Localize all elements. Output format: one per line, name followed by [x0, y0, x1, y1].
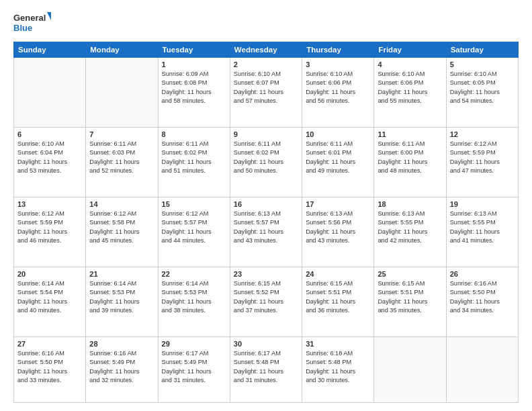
calendar-cell: 9Sunrise: 6:11 AMSunset: 6:02 PMDaylight… [230, 128, 302, 197]
day-info: Sunrise: 6:15 AMSunset: 5:51 PMDaylight:… [306, 279, 370, 315]
day-number: 24 [306, 270, 370, 278]
calendar-cell: 28Sunrise: 6:16 AMSunset: 5:49 PMDayligh… [86, 337, 158, 403]
day-number: 6 [17, 130, 82, 138]
day-number: 17 [306, 200, 370, 208]
calendar-body: 1Sunrise: 6:09 AMSunset: 6:08 PMDaylight… [14, 58, 519, 403]
calendar-cell: 10Sunrise: 6:11 AMSunset: 6:01 PMDayligh… [302, 128, 374, 197]
svg-text:General: General [13, 13, 46, 23]
weekday-header-tuesday: Tuesday [158, 42, 230, 58]
weekday-header-friday: Friday [374, 42, 446, 58]
day-info: Sunrise: 6:10 AMSunset: 6:06 PMDaylight:… [378, 70, 442, 105]
day-info: Sunrise: 6:13 AMSunset: 5:56 PMDaylight:… [306, 210, 370, 245]
day-number: 10 [306, 130, 370, 138]
day-number: 11 [378, 130, 442, 138]
calendar-cell: 4Sunrise: 6:10 AMSunset: 6:06 PMDaylight… [374, 58, 446, 128]
day-info: Sunrise: 6:11 AMSunset: 6:02 PMDaylight:… [162, 140, 226, 175]
calendar-cell: 29Sunrise: 6:17 AMSunset: 5:49 PMDayligh… [158, 337, 230, 403]
calendar-cell: 15Sunrise: 6:12 AMSunset: 5:57 PMDayligh… [158, 197, 230, 267]
day-number: 28 [89, 340, 154, 348]
day-info: Sunrise: 6:16 AMSunset: 5:49 PMDaylight:… [89, 349, 154, 385]
calendar-cell: 20Sunrise: 6:14 AMSunset: 5:54 PMDayligh… [14, 267, 86, 337]
calendar-cell: 5Sunrise: 6:10 AMSunset: 6:05 PMDaylight… [446, 58, 518, 128]
calendar-cell: 17Sunrise: 6:13 AMSunset: 5:56 PMDayligh… [302, 197, 374, 267]
calendar-cell [86, 58, 158, 128]
day-number: 19 [450, 200, 515, 208]
day-info: Sunrise: 6:15 AMSunset: 5:52 PMDaylight:… [234, 279, 298, 315]
weekday-header-monday: Monday [86, 42, 158, 58]
calendar-cell: 18Sunrise: 6:13 AMSunset: 5:55 PMDayligh… [374, 197, 446, 267]
logo-svg: General Blue [13, 11, 51, 35]
day-info: Sunrise: 6:11 AMSunset: 6:00 PMDaylight:… [378, 140, 442, 175]
day-info: Sunrise: 6:13 AMSunset: 5:55 PMDaylight:… [450, 210, 515, 245]
weekday-header-wednesday: Wednesday [230, 42, 302, 58]
day-info: Sunrise: 6:17 AMSunset: 5:48 PMDaylight:… [234, 349, 298, 385]
day-number: 9 [234, 130, 298, 138]
calendar-cell: 7Sunrise: 6:11 AMSunset: 6:03 PMDaylight… [86, 128, 158, 197]
calendar-week-4: 20Sunrise: 6:14 AMSunset: 5:54 PMDayligh… [14, 267, 519, 337]
calendar-cell: 16Sunrise: 6:13 AMSunset: 5:57 PMDayligh… [230, 197, 302, 267]
calendar-cell: 23Sunrise: 6:15 AMSunset: 5:52 PMDayligh… [230, 267, 302, 337]
calendar-cell: 14Sunrise: 6:12 AMSunset: 5:58 PMDayligh… [86, 197, 158, 267]
day-info: Sunrise: 6:09 AMSunset: 6:08 PMDaylight:… [162, 70, 226, 105]
calendar-cell: 30Sunrise: 6:17 AMSunset: 5:48 PMDayligh… [230, 337, 302, 403]
calendar-cell: 2Sunrise: 6:10 AMSunset: 6:07 PMDaylight… [230, 58, 302, 128]
day-info: Sunrise: 6:15 AMSunset: 5:51 PMDaylight:… [378, 279, 442, 315]
day-info: Sunrise: 6:12 AMSunset: 5:59 PMDaylight:… [450, 140, 515, 175]
calendar-cell: 31Sunrise: 6:18 AMSunset: 5:48 PMDayligh… [302, 337, 374, 403]
day-info: Sunrise: 6:10 AMSunset: 6:04 PMDaylight:… [17, 140, 82, 175]
weekday-header-sunday: Sunday [14, 42, 86, 58]
day-number: 25 [378, 270, 442, 278]
calendar-cell: 6Sunrise: 6:10 AMSunset: 6:04 PMDaylight… [14, 128, 86, 197]
day-info: Sunrise: 6:12 AMSunset: 5:57 PMDaylight:… [162, 210, 226, 245]
day-number: 1 [162, 60, 226, 68]
day-number: 2 [234, 60, 298, 68]
day-info: Sunrise: 6:13 AMSunset: 5:55 PMDaylight:… [378, 210, 442, 245]
day-info: Sunrise: 6:18 AMSunset: 5:48 PMDaylight:… [306, 349, 370, 385]
day-number: 4 [378, 60, 442, 68]
day-number: 3 [306, 60, 370, 68]
day-info: Sunrise: 6:14 AMSunset: 5:53 PMDaylight:… [89, 279, 154, 315]
svg-marker-2 [47, 12, 51, 20]
header: General Blue [13, 11, 519, 35]
day-info: Sunrise: 6:11 AMSunset: 6:02 PMDaylight:… [234, 140, 298, 175]
day-number: 7 [89, 130, 154, 138]
day-info: Sunrise: 6:11 AMSunset: 6:03 PMDaylight:… [89, 140, 154, 175]
weekday-header-saturday: Saturday [446, 42, 518, 58]
day-number: 18 [378, 200, 442, 208]
calendar-week-2: 6Sunrise: 6:10 AMSunset: 6:04 PMDaylight… [14, 128, 519, 197]
page: General Blue SundayMondayTuesdayWednesda… [0, 0, 532, 411]
calendar-cell: 26Sunrise: 6:16 AMSunset: 5:50 PMDayligh… [446, 267, 518, 337]
calendar-cell [446, 337, 518, 403]
calendar-cell: 24Sunrise: 6:15 AMSunset: 5:51 PMDayligh… [302, 267, 374, 337]
day-number: 8 [162, 130, 226, 138]
calendar-cell: 27Sunrise: 6:16 AMSunset: 5:50 PMDayligh… [14, 337, 86, 403]
calendar-header-row: SundayMondayTuesdayWednesdayThursdayFrid… [14, 42, 519, 58]
svg-text:Blue: Blue [13, 23, 32, 33]
day-info: Sunrise: 6:14 AMSunset: 5:53 PMDaylight:… [162, 279, 226, 315]
day-info: Sunrise: 6:17 AMSunset: 5:49 PMDaylight:… [162, 349, 226, 385]
calendar-week-5: 27Sunrise: 6:16 AMSunset: 5:50 PMDayligh… [14, 337, 519, 403]
day-number: 23 [234, 270, 298, 278]
day-number: 30 [234, 340, 298, 348]
day-number: 12 [450, 130, 515, 138]
day-number: 16 [234, 200, 298, 208]
day-info: Sunrise: 6:12 AMSunset: 5:59 PMDaylight:… [17, 210, 82, 245]
calendar-cell: 22Sunrise: 6:14 AMSunset: 5:53 PMDayligh… [158, 267, 230, 337]
weekday-header-thursday: Thursday [302, 42, 374, 58]
day-number: 13 [17, 200, 82, 208]
day-number: 29 [162, 340, 226, 348]
logo: General Blue [13, 11, 51, 35]
day-info: Sunrise: 6:10 AMSunset: 6:05 PMDaylight:… [450, 70, 515, 105]
calendar-cell: 3Sunrise: 6:10 AMSunset: 6:06 PMDaylight… [302, 58, 374, 128]
day-info: Sunrise: 6:16 AMSunset: 5:50 PMDaylight:… [450, 279, 515, 315]
day-number: 15 [162, 200, 226, 208]
day-info: Sunrise: 6:11 AMSunset: 6:01 PMDaylight:… [306, 140, 370, 175]
calendar-cell: 13Sunrise: 6:12 AMSunset: 5:59 PMDayligh… [14, 197, 86, 267]
calendar-cell: 1Sunrise: 6:09 AMSunset: 6:08 PMDaylight… [158, 58, 230, 128]
calendar-cell [374, 337, 446, 403]
calendar-table: SundayMondayTuesdayWednesdayThursdayFrid… [13, 42, 519, 403]
calendar-cell [14, 58, 86, 128]
calendar-cell: 8Sunrise: 6:11 AMSunset: 6:02 PMDaylight… [158, 128, 230, 197]
day-number: 26 [450, 270, 515, 278]
calendar-cell: 11Sunrise: 6:11 AMSunset: 6:00 PMDayligh… [374, 128, 446, 197]
